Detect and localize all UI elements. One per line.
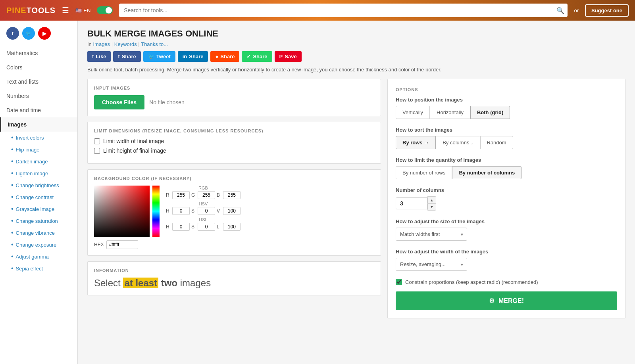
sidebar-subitem-saturation[interactable]: Change saturation [0, 215, 77, 227]
share-bar: f Like f Share 🐦 Tweet in Share ● Share … [87, 51, 625, 62]
columns-section: Number of columns ▲ ▼ [396, 187, 617, 211]
logo-pine: PINE [6, 6, 27, 15]
sidebar-subitem-sepia[interactable]: Sepia effect [0, 262, 77, 274]
fb-share-button[interactable]: f Share [113, 51, 140, 62]
search-button[interactable]: 🔍 [556, 7, 564, 14]
information-section: INFORMATION Select at least two images [87, 261, 381, 295]
l-input[interactable] [223, 223, 241, 231]
sidebar-subitem-darken[interactable]: Darken image [0, 155, 77, 167]
color-gradient [94, 186, 150, 237]
v-label: V [217, 208, 221, 214]
merge-label: MERGE! [498, 297, 524, 305]
lang-label: EN [83, 8, 90, 13]
hsv-label: HSV [166, 201, 241, 206]
sidebar-subitem-invert[interactable]: Invert colors [0, 132, 77, 144]
merge-button[interactable]: ⚙ MERGE! [396, 291, 617, 310]
sort-random[interactable]: Random [480, 136, 513, 149]
theme-toggle[interactable] [97, 6, 113, 14]
search-input[interactable] [119, 4, 568, 17]
position-btn-group: Vertically Horizontally Both (grid) [396, 106, 617, 119]
twitter-share-icon: 🐦 [148, 54, 154, 59]
columns-input[interactable] [396, 197, 427, 209]
color-canvas[interactable] [94, 186, 160, 237]
limit-height-label: Limit height of final image [103, 148, 166, 154]
sidebar-subitem-grayscale[interactable]: Grayscale image [0, 203, 77, 215]
sidebar-subitem-vibrance[interactable]: Change vibrance [0, 227, 77, 239]
limit-width-checkbox[interactable] [94, 138, 100, 144]
merge-btn-wrap: ⚙ MERGE! [396, 291, 617, 310]
columns-up-arrow[interactable]: ▲ [427, 196, 436, 203]
search-wrap: 🔍 [119, 4, 568, 17]
youtube-icon[interactable]: ▶ [38, 27, 51, 40]
h1-input[interactable] [172, 207, 190, 215]
size-select[interactable]: Match widths first Match heights first S… [396, 228, 467, 241]
constrain-checkbox[interactable] [396, 279, 402, 285]
twitter-icon[interactable]: 🐦 [22, 27, 35, 40]
quantity-by-columns[interactable]: By number of columns [452, 166, 521, 179]
choose-files-button[interactable]: Choose Files [94, 95, 144, 109]
s1-input[interactable] [198, 207, 215, 215]
sidebar-subitem-lighten[interactable]: Lighten image [0, 167, 77, 179]
pinterest-icon: P [279, 54, 283, 59]
v-input[interactable] [223, 207, 241, 215]
limit-height-checkbox[interactable] [94, 148, 100, 154]
position-horizontally[interactable]: Horizontally [430, 106, 470, 119]
hex-input[interactable] [106, 240, 138, 249]
sidebar-item-colors[interactable]: Colors [0, 60, 77, 75]
facebook-icon[interactable]: f [6, 27, 19, 40]
position-both-grid[interactable]: Both (grid) [470, 106, 510, 119]
sidebar-item-mathematics[interactable]: Mathematics [0, 46, 77, 60]
options-section-label: OPTIONS [396, 87, 617, 92]
sidebar-subitem-flip[interactable]: Flip image [0, 144, 77, 155]
sort-section: How to sort the images By rows → By colu… [396, 127, 617, 149]
width-select[interactable]: Resize, averaging... Resize, largest Res… [396, 258, 467, 271]
breadcrumb-keywords[interactable]: Keywords [114, 41, 137, 47]
r-input[interactable] [172, 191, 190, 199]
linkedin-icon: in [183, 54, 187, 59]
breadcrumb-images[interactable]: Images [93, 41, 110, 47]
whatsapp-share-button[interactable]: ✓ Share [242, 51, 272, 62]
tweet-button[interactable]: 🐦 Tweet [143, 51, 175, 62]
r-label: R [166, 192, 171, 198]
s1-label: S [191, 208, 196, 214]
columns-down-arrow[interactable]: ▼ [427, 203, 436, 211]
pinterest-save-button[interactable]: P Save [275, 51, 302, 62]
sidebar-subitem-gamma[interactable]: Adjust gamma [0, 251, 77, 262]
sidebar-item-numbers[interactable]: Numbers [0, 89, 77, 103]
sort-by-rows[interactable]: By rows → [396, 136, 436, 149]
h2-input[interactable] [172, 223, 190, 231]
sort-by-columns[interactable]: By columns ↓ [436, 136, 480, 149]
fb2-icon: f [118, 54, 119, 59]
position-vertically[interactable]: Vertically [396, 106, 430, 119]
social-icons: f 🐦 ▶ [0, 27, 77, 46]
no-file-label: No file chosen [149, 99, 185, 105]
sidebar-subitem-brightness[interactable]: Change brightness [0, 179, 77, 191]
suggest-button[interactable]: Suggest one [585, 4, 629, 17]
width-section: How to adjust the width of the images Re… [396, 249, 617, 271]
position-label: How to position the images [396, 97, 617, 103]
sidebar-item-text-lists[interactable]: Text and lists [0, 75, 77, 89]
g-input[interactable] [198, 191, 215, 199]
b-input[interactable] [223, 191, 241, 199]
position-section: How to position the images Vertically Ho… [396, 97, 617, 119]
sidebar-subitem-contrast[interactable]: Change contrast [0, 191, 77, 203]
sidebar-item-date-time[interactable]: Date and time [0, 103, 77, 117]
sidebar-item-images[interactable]: Images [0, 117, 77, 132]
breadcrumb-thanks[interactable]: Thanks to... [141, 41, 168, 47]
color-picker: HEX RGB R G [94, 186, 374, 249]
content-row: INPUT IMAGES Choose Files No file chosen… [87, 79, 625, 318]
hamburger-icon[interactable]: ☰ [62, 6, 69, 15]
color-hue-bar[interactable] [152, 186, 160, 237]
l-label: L [217, 224, 221, 230]
limit-dimensions-label: LIMIT DIMENSIONS (RESIZE IMAGE, CONSUMIN… [94, 128, 374, 133]
quantity-by-rows[interactable]: By number of rows [396, 166, 452, 179]
like-button[interactable]: f Like [87, 51, 111, 62]
language-selector[interactable]: 🇺🇸 EN [75, 8, 90, 13]
linkedin-share-button[interactable]: in Share [178, 51, 208, 62]
reddit-share-button[interactable]: ● Share [210, 51, 239, 62]
sidebar-subitem-exposure[interactable]: Change exposure [0, 239, 77, 251]
constrain-row: Constrain proportions (keep aspect radio… [396, 279, 617, 285]
info-bold: two [158, 278, 177, 288]
s2-input[interactable] [198, 223, 215, 231]
logo[interactable]: PINETOOLS [6, 6, 56, 15]
